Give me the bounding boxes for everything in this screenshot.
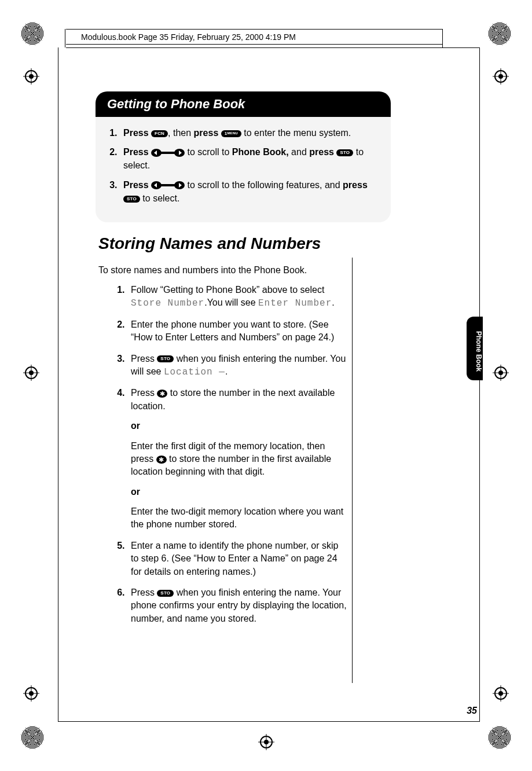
star-button-icon: ✱ — [157, 390, 167, 398]
registration-target-icon — [493, 685, 509, 702]
registration-target-icon — [493, 68, 509, 85]
menu-button-icon: 1MENU — [221, 130, 241, 137]
header-rule — [66, 44, 442, 45]
section-heading: Storing Names and Numbers — [98, 234, 321, 253]
frame-rule — [58, 721, 479, 722]
registration-target-icon — [23, 68, 39, 85]
sto-button-icon: STO — [336, 149, 353, 156]
scroll-button-icon — [151, 149, 185, 157]
list-item: Press STO when you finish entering the n… — [127, 353, 347, 379]
sto-button-icon: STO — [157, 355, 174, 362]
list-item: Enter a name to identify the phone numbe… — [127, 539, 347, 578]
frame-rule — [65, 29, 65, 47]
registration-target-icon — [258, 734, 274, 750]
frame-rule — [442, 29, 443, 47]
registration-target-icon — [23, 365, 39, 381]
or-label: or — [131, 487, 140, 497]
running-head: Modulous.book Page 35 Friday, February 2… — [81, 32, 296, 42]
callout-step: Press to scroll to the following feature… — [120, 178, 379, 205]
registration-corner-icon — [21, 22, 44, 45]
callout-step: Press FCN, then press 1MENU to enter the… — [120, 126, 379, 139]
registration-corner-icon — [488, 726, 511, 749]
lcd-text: Enter Number — [258, 298, 332, 309]
list-item: Press STO when you finish entering the n… — [127, 586, 347, 625]
section-intro: To store names and numbers into the Phon… — [98, 265, 307, 276]
fcn-button-icon: FCN — [151, 130, 168, 137]
procedure-list: Follow “Getting to Phone Book” above to … — [116, 284, 347, 633]
or-label: or — [131, 421, 140, 431]
callout-step: Press to scroll to Phone Book, and press… — [120, 145, 379, 172]
column-divider — [352, 258, 353, 683]
page-number: 35 — [467, 706, 477, 716]
registration-corner-icon — [21, 726, 44, 749]
lcd-text: Store Number — [131, 298, 204, 309]
registration-corner-icon — [488, 22, 511, 45]
frame-rule — [58, 47, 58, 722]
registration-target-icon — [23, 685, 39, 702]
callout-body: Press FCN, then press 1MENU to enter the… — [96, 117, 391, 222]
list-item: Follow “Getting to Phone Book” above to … — [127, 284, 347, 310]
list-item: Press ✱ to store the number in the next … — [127, 387, 347, 531]
list-item: Enter the phone number you want to store… — [127, 318, 347, 344]
lcd-text: Location — — [164, 367, 225, 377]
star-button-icon: ✱ — [156, 456, 167, 464]
sto-button-icon: STO — [157, 590, 174, 597]
frame-rule — [479, 47, 480, 722]
callout-title: Getting to Phone Book — [96, 91, 391, 117]
header-rule — [66, 29, 442, 30]
sto-button-icon: STO — [123, 196, 140, 203]
frame-rule — [66, 47, 479, 48]
scroll-button-icon — [151, 181, 185, 189]
thumb-tab: Phone Book — [467, 317, 483, 380]
registration-target-icon — [493, 365, 509, 381]
